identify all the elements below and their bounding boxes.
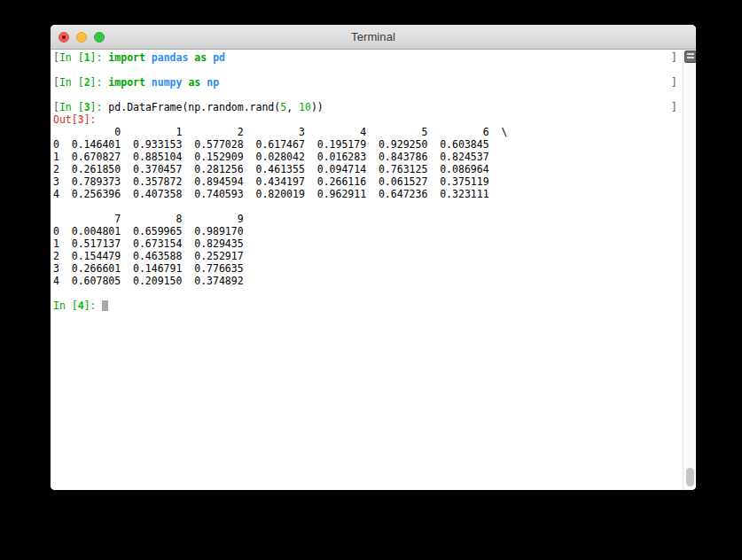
terminal-line: 4 0.256396 0.407358 0.740593 0.820019 0.… (53, 188, 683, 200)
text-segment: 7 8 9 (53, 213, 244, 225)
text-segment: )) (311, 101, 324, 113)
text-segment: 3 0.789373 0.357872 0.894594 0.434197 0.… (53, 175, 489, 188)
scrollbar-thumb[interactable] (686, 468, 694, 486)
terminal-line (53, 200, 683, 213)
text-segment: pd (213, 51, 225, 64)
terminal-line: 0 1 2 3 4 5 6 \ (53, 126, 683, 138)
terminal-window: Terminal [In [1]: import pandas as pd][I… (51, 25, 696, 490)
terminal-line: 0 0.004801 0.659965 0.989170 (53, 225, 683, 237)
terminal-line: Out[3]: (53, 113, 683, 126)
text-segment: 4 (78, 299, 84, 312)
text-segment: pandas (152, 51, 189, 64)
text-segment: ]: (90, 51, 109, 64)
text-segment: 1 0.670827 0.885104 0.152909 0.028042 0.… (53, 151, 489, 163)
text-segment: ]: (90, 101, 109, 113)
text-segment: In [ (59, 101, 84, 113)
scrollbar[interactable] (683, 50, 696, 490)
text-segment: 10 (299, 101, 311, 113)
close-button[interactable] (59, 32, 69, 43)
text-segment: In [ (59, 76, 84, 89)
window-title: Terminal (51, 25, 696, 49)
right-edge-bracket: ] (671, 76, 677, 89)
terminal-line: 2 0.261850 0.370457 0.281256 0.461355 0.… (53, 163, 683, 175)
text-segment: numpy (152, 76, 183, 89)
text-segment: import (108, 51, 145, 64)
text-segment: 3 (84, 101, 90, 113)
terminal-line: 4 0.607805 0.209150 0.374892 (53, 275, 683, 287)
text-segment: ]: (84, 299, 103, 312)
terminal-line (53, 287, 683, 299)
text-segment: 3 (78, 113, 84, 126)
text-segment: 0 1 2 3 4 5 6 \ (53, 126, 507, 138)
text-segment: 1 0.517137 0.673154 0.829435 (53, 237, 244, 250)
text-segment: 3 0.266601 0.146791 0.776635 (53, 262, 244, 275)
text-segment: 0 0.004801 0.659965 0.989170 (53, 225, 244, 237)
text-segment: [ (53, 101, 59, 113)
text-segment: np (207, 76, 219, 89)
text-segment: as (188, 76, 200, 89)
terminal-line (53, 64, 683, 76)
text-segment: [ (53, 51, 59, 64)
terminal-line: [In [3]: pd.DataFrame(np.random.rand(5, … (53, 101, 683, 113)
traffic-lights (59, 32, 105, 43)
text-segment: import (108, 76, 145, 89)
text-segment: 4 0.607805 0.209150 0.374892 (53, 275, 244, 287)
text-segment: ]: (84, 113, 103, 126)
text-segment: In [ (53, 299, 78, 312)
terminal-screen[interactable]: [In [1]: import pandas as pd][In [2]: im… (51, 50, 683, 490)
terminal-line: 3 0.789373 0.357872 0.894594 0.434197 0.… (53, 175, 683, 188)
terminal-line: 1 0.670827 0.885104 0.152909 0.028042 0.… (53, 151, 683, 163)
text-segment: In [ (59, 51, 84, 64)
terminal-line: 1 0.517137 0.673154 0.829435 (53, 237, 683, 250)
right-edge-bracket: ] (671, 101, 677, 113)
text-segment (145, 51, 152, 64)
terminal-line: 0 0.146401 0.933153 0.577028 0.617467 0.… (53, 138, 683, 151)
text-segment: 0 0.146401 0.933153 0.577028 0.617467 0.… (53, 138, 489, 151)
text-segment: 1 (84, 51, 90, 64)
text-segment (145, 76, 152, 89)
right-edge-bracket: ] (671, 51, 677, 64)
text-segment: Out[ (53, 113, 78, 126)
zoom-button[interactable] (94, 32, 105, 43)
terminal-line: 7 8 9 (53, 213, 683, 225)
text-cursor (102, 300, 108, 311)
text-segment: [ (53, 76, 59, 89)
split-pane-icon[interactable] (684, 51, 696, 63)
terminal-line: 2 0.154479 0.463588 0.252917 (53, 250, 683, 262)
text-segment: 4 0.256396 0.407358 0.740593 0.820019 0.… (53, 188, 489, 200)
text-segment: , (286, 101, 299, 113)
text-segment: 2 (84, 76, 90, 89)
terminal-line: In [4]: (53, 299, 683, 312)
terminal-line: [In [1]: import pandas as pd] (53, 51, 683, 64)
titlebar[interactable]: Terminal (51, 25, 696, 50)
terminal-content: [In [1]: import pandas as pd][In [2]: im… (51, 50, 696, 490)
text-segment: as (194, 51, 207, 64)
minimize-button[interactable] (76, 32, 87, 43)
terminal-line: 3 0.266601 0.146791 0.776635 (53, 262, 683, 275)
terminal-line: [In [2]: import numpy as np] (53, 76, 683, 89)
text-segment: 2 0.261850 0.370457 0.281256 0.461355 0.… (53, 163, 489, 175)
text-segment: 2 0.154479 0.463588 0.252917 (53, 250, 244, 262)
terminal-line (53, 89, 683, 101)
text-segment: pd.DataFrame(np.random.rand( (108, 101, 280, 113)
text-segment: ]: (90, 76, 109, 89)
